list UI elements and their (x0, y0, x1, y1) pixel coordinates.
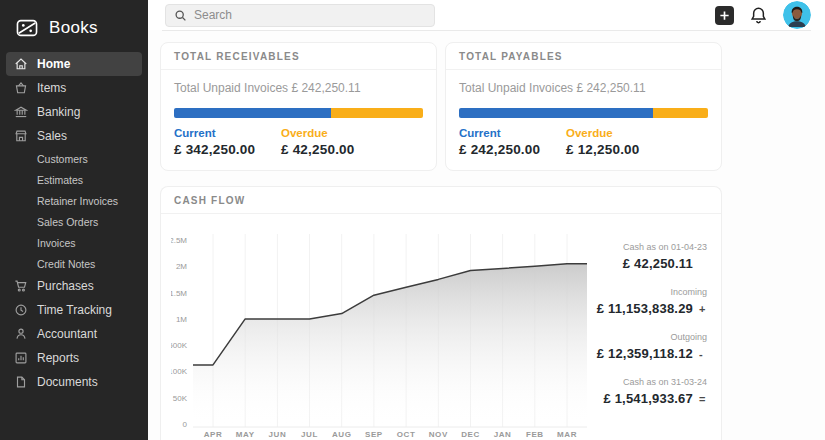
payables-current-segment (459, 108, 653, 118)
payables-overdue-segment (653, 108, 708, 118)
stat-value: £ 12,359,118.12- (589, 346, 707, 361)
cash-flow-stat-outgoing: Outgoing£ 12,359,118.12- (589, 332, 707, 361)
search-input[interactable] (194, 8, 426, 22)
stat-sign: - (699, 348, 707, 360)
sidebar-item-documents[interactable]: Documents (6, 370, 142, 394)
payables-subtitle: Total Unpaid Invoices £ 242,250.11 (459, 81, 708, 95)
dashboard-content: TOTAL RECEIVABLES Total Unpaid Invoices … (148, 31, 722, 440)
sidebar-item-home[interactable]: Home (6, 52, 142, 76)
cash-flow-stats: Cash as on 01-04-23£ 42,250.11Incoming£ … (589, 224, 707, 440)
payables-title: TOTAL PAYABLES (446, 43, 721, 70)
sidebar-item-label: Retainer Invoices (37, 195, 118, 207)
svg-text:1M: 1M (176, 315, 187, 324)
svg-text:2.5M: 2.5M (171, 236, 187, 245)
svg-text:JUN: JUN (268, 430, 286, 439)
sidebar-item-label: Home (37, 57, 70, 71)
search-icon (174, 9, 187, 22)
svg-text:50K: 50K (173, 394, 188, 403)
sidebar-item-label: Reports (37, 351, 79, 365)
sidebar-item-label: Estimates (37, 174, 83, 186)
svg-text:1.5M: 1.5M (171, 289, 187, 298)
notifications-button[interactable] (749, 6, 768, 25)
receivables-overdue-value: £ 42,250.00 (281, 142, 355, 157)
cash-flow-stat-incoming: Incoming£ 11,153,838.29+ (589, 287, 707, 316)
topbar-actions (715, 1, 811, 29)
stat-label: Outgoing (589, 332, 707, 342)
payables-progress-bar (459, 108, 708, 118)
sidebar-item-sales[interactable]: Sales (6, 124, 142, 148)
svg-text:FEB: FEB (526, 430, 544, 439)
sidebar-item-accountant[interactable]: Accountant (6, 322, 142, 346)
payables-overdue-label: Overdue (566, 127, 640, 139)
sidebar-item-sales-orders[interactable]: Sales Orders (0, 211, 148, 232)
receivables-current-value: £ 342,250.00 (174, 142, 281, 157)
purchases-icon (14, 279, 28, 293)
sidebar-item-label: Accountant (37, 327, 97, 341)
sidebar-item-label: Time Tracking (37, 303, 112, 317)
receivables-overdue-segment (331, 108, 423, 118)
time-tracking-icon (14, 303, 28, 317)
sidebar-item-label: Items (37, 81, 66, 95)
quick-add-button[interactable] (715, 6, 734, 25)
svg-text:AUG: AUG (332, 430, 352, 439)
bell-icon (749, 6, 768, 25)
topbar (148, 0, 825, 30)
app-title: Books (49, 18, 98, 38)
sidebar-item-label: Purchases (37, 279, 94, 293)
cash-flow-chart: 050K100K500K1M1.5M2M2.5MAPRMAYJUNJULAUGS… (171, 224, 589, 440)
sidebar-item-label: Invoices (37, 237, 76, 249)
home-icon (14, 57, 28, 71)
sidebar-item-invoices[interactable]: Invoices (0, 232, 148, 253)
receivables-overdue-label: Overdue (281, 127, 355, 139)
payables-overdue-value: £ 12,250.00 (566, 142, 640, 157)
payables-current-label: Current (459, 127, 566, 139)
sidebar-item-estimates[interactable]: Estimates (0, 169, 148, 190)
sidebar-item-purchases[interactable]: Purchases (6, 274, 142, 298)
items-icon (14, 81, 28, 95)
books-logo-icon (14, 15, 40, 41)
total-payables-card: TOTAL PAYABLES Total Unpaid Invoices £ 2… (445, 42, 722, 171)
svg-text:2M: 2M (176, 262, 187, 271)
avatar[interactable] (783, 1, 811, 29)
sidebar: Books HomeItemsBankingSalesCustomersEsti… (0, 0, 148, 440)
stat-value: £ 11,153,838.29+ (589, 301, 707, 316)
receivables-current-label: Current (174, 127, 281, 139)
stat-label: Incoming (589, 287, 707, 297)
sidebar-item-banking[interactable]: Banking (6, 100, 142, 124)
sidebar-item-retainer-invoices[interactable]: Retainer Invoices (0, 190, 148, 211)
stat-sign: + (699, 303, 707, 315)
reports-icon (14, 351, 28, 365)
sidebar-item-credit-notes[interactable]: Credit Notes (0, 253, 148, 274)
sidebar-item-reports[interactable]: Reports (6, 346, 142, 370)
receivables-title: TOTAL RECEIVABLES (161, 43, 436, 70)
sidebar-item-customers[interactable]: Customers (0, 148, 148, 169)
sidebar-nav: HomeItemsBankingSalesCustomersEstimatesR… (0, 52, 148, 394)
svg-text:JUL: JUL (301, 430, 318, 439)
receivables-subtitle: Total Unpaid Invoices £ 242,250.11 (174, 81, 423, 95)
documents-icon (14, 375, 28, 389)
svg-text:NOV: NOV (429, 430, 448, 439)
sales-icon (14, 129, 28, 143)
sidebar-item-label: Documents (37, 375, 98, 389)
svg-text:100K: 100K (171, 367, 188, 376)
sidebar-item-label: Sales (37, 129, 67, 143)
search-box[interactable] (165, 4, 435, 27)
stat-label: Cash as on 31-03-24 (589, 377, 707, 387)
stat-value: £ 42,250.11 (589, 256, 707, 271)
svg-text:JAN: JAN (494, 430, 512, 439)
app-logo: Books (0, 0, 148, 52)
accountant-icon (14, 327, 28, 341)
payables-current-value: £ 242,250.00 (459, 142, 566, 157)
svg-text:MAR: MAR (557, 430, 577, 439)
sidebar-item-label: Customers (37, 153, 88, 165)
svg-text:APR: APR (204, 430, 223, 439)
sidebar-item-time-tracking[interactable]: Time Tracking (6, 298, 142, 322)
sidebar-item-label: Credit Notes (37, 258, 95, 270)
svg-text:0: 0 (183, 420, 188, 429)
cash-flow-stat-cash-as-on-31-03-24: Cash as on 31-03-24£ 1,541,933.67= (589, 377, 707, 406)
app-window: Books HomeItemsBankingSalesCustomersEsti… (0, 0, 825, 440)
receivables-current-segment (174, 108, 331, 118)
sidebar-item-label: Sales Orders (37, 216, 98, 228)
sidebar-item-items[interactable]: Items (6, 76, 142, 100)
svg-text:500K: 500K (171, 341, 188, 350)
